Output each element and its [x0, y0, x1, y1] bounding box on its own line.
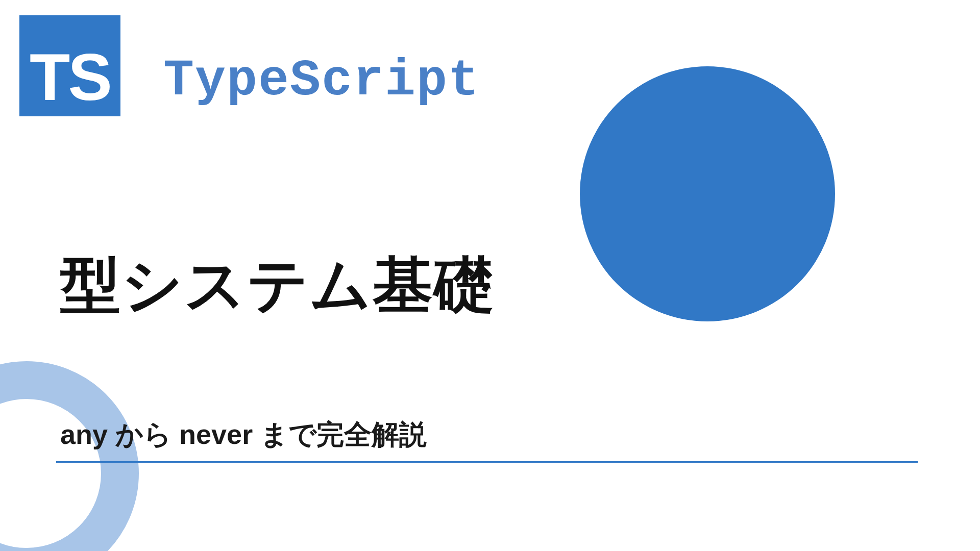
slide-subtitle: any から never まで完全解説 — [60, 416, 427, 454]
slide: TS TypeScript 型システム基礎 any から never まで完全解… — [0, 0, 980, 551]
decorative-ring-icon — [0, 361, 139, 551]
slide-title: 型システム基礎 — [60, 245, 495, 327]
decorative-circle-icon — [580, 66, 835, 321]
divider — [56, 461, 918, 463]
brand-label: TypeScript — [163, 52, 480, 110]
logo-text: TS — [30, 44, 110, 110]
typescript-logo-icon: TS — [19, 15, 120, 116]
